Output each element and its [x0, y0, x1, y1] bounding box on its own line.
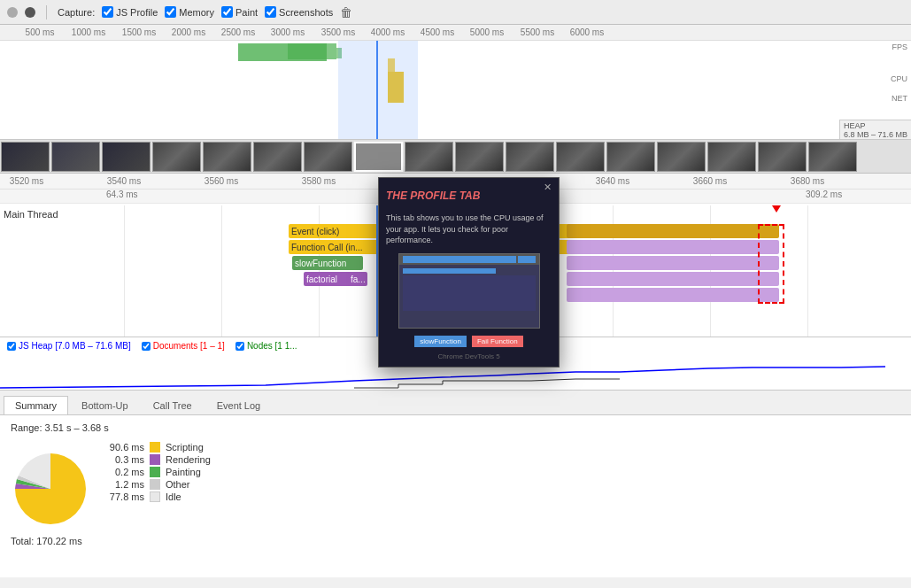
pie-chart — [11, 449, 90, 529]
total-text: Total: 170.22 ms — [11, 536, 900, 546]
slow-function-bar[interactable]: slowFunction — [292, 256, 363, 270]
slow-function-link[interactable]: slowFunction — [414, 336, 467, 347]
cpu-label: CPU — [891, 74, 907, 83]
screenshot-13[interactable] — [606, 142, 655, 172]
tab-call-tree[interactable]: Call Tree — [142, 396, 204, 414]
popup-bottom-text: Chrome DevTools 5 — [430, 351, 506, 362]
time-label-3000: 3000 ms — [271, 27, 305, 37]
documents-label[interactable]: Documents [1 – 1] — [142, 341, 225, 351]
time-3660: 3660 ms — [693, 176, 727, 186]
heap-label: HEAP6.8 MB – 71.6 MB — [839, 120, 911, 140]
timeline-overview[interactable]: 500 ms 1000 ms 1500 ms 2000 ms 2500 ms 3… — [0, 25, 911, 140]
fps-label: FPS — [892, 43, 907, 51]
screenshot-17[interactable] — [808, 142, 857, 172]
popup-close-button[interactable]: ✕ — [544, 182, 552, 193]
long-bar-purple2[interactable] — [567, 256, 779, 270]
time-label-500: 500 ms — [26, 27, 55, 37]
screenshot-3[interactable] — [102, 142, 151, 172]
tab-summary[interactable]: Summary — [4, 396, 68, 414]
time-3680: 3680 ms — [791, 176, 824, 186]
long-bar-purple4[interactable] — [567, 288, 779, 302]
time-3560: 3560 ms — [205, 176, 238, 186]
toolbar: Capture: JS Profile Memory Paint Screens… — [0, 0, 911, 25]
screenshots-strip[interactable] — [0, 140, 911, 174]
main-thread-label: Main Thread — [4, 209, 58, 220]
legend-scripting: 90.6 ms Scripting — [104, 442, 211, 453]
range-text: Range: 3.51 s – 3.68 s — [11, 422, 900, 433]
screenshot-10[interactable] — [455, 142, 504, 172]
screenshot-5[interactable] — [203, 142, 251, 172]
screenshot-11[interactable] — [506, 142, 554, 172]
popup-subtitle: This tab shows you to use the CPU usage … — [379, 209, 559, 250]
tab-event-log[interactable]: Event Log — [205, 396, 273, 414]
time-3540: 3540 ms — [107, 176, 141, 186]
time-label-1500: 1500 ms — [122, 27, 156, 37]
legend-idle: 77.8 ms Idle — [104, 491, 211, 502]
popup-content: ✕ THE PROFILE TAB This tab shows you to … — [379, 178, 559, 367]
screenshot-6[interactable] — [253, 142, 302, 172]
time-label-5500: 5500 ms — [521, 27, 554, 37]
memory-checkbox[interactable]: Memory — [165, 6, 214, 18]
screenshot-16[interactable] — [758, 142, 807, 172]
long-bar-purple3[interactable] — [567, 272, 779, 286]
time-label-1000: 1000 ms — [72, 27, 105, 37]
gridline-1 — [124, 205, 125, 337]
screenshots-checkbox[interactable]: Screenshots — [265, 6, 333, 18]
screenshot-9[interactable] — [405, 142, 453, 172]
paint-checkbox[interactable]: Paint — [221, 6, 258, 18]
stop-button[interactable] — [25, 7, 35, 18]
js-profile-checkbox[interactable]: JS Profile — [102, 6, 158, 18]
screenshot-12[interactable] — [556, 142, 605, 172]
delete-button[interactable]: 🗑 — [340, 5, 352, 19]
screenshot-2[interactable] — [51, 142, 100, 172]
red-marker — [772, 205, 781, 213]
time-label-6000: 6000 ms — [570, 27, 604, 37]
screenshot-4[interactable] — [152, 142, 201, 172]
summary-panel: Range: 3.51 s – 3.68 s 90.6 ms Scrip — [0, 415, 911, 577]
screenshot-15[interactable] — [707, 142, 756, 172]
overview-selection — [338, 41, 418, 140]
gridline-8 — [807, 205, 808, 337]
ms-64: 64.3 ms — [106, 190, 138, 199]
js-heap-label[interactable]: JS Heap [7.0 MB – 71.6 MB] — [7, 341, 131, 351]
time-label-4500: 4500 ms — [421, 27, 454, 37]
screenshot-1[interactable] — [1, 142, 50, 172]
tab-bottom-up[interactable]: Bottom-Up — [70, 396, 140, 414]
record-button[interactable] — [7, 7, 18, 18]
time-label-4000: 4000 ms — [371, 27, 405, 37]
net-label: NET — [892, 94, 907, 103]
screenshot-7[interactable] — [304, 142, 352, 172]
factorial-bar[interactable]: factorial — [304, 272, 352, 286]
long-bar-gold[interactable] — [567, 224, 779, 238]
long-bar-purple[interactable] — [567, 240, 779, 254]
toolbar-separator — [46, 5, 47, 19]
legend-rendering: 0.3 ms Rendering — [104, 454, 211, 465]
legend-area: 90.6 ms Scripting 0.3 ms Rendering 0.2 m… — [104, 442, 211, 502]
time-label-2500: 2500 ms — [221, 27, 255, 37]
popup-screenshot-bar — [399, 254, 539, 265]
capture-label: Capture: — [58, 7, 95, 18]
legend-painting: 0.2 ms Painting — [104, 467, 211, 477]
factorial-small-bar[interactable]: fa... — [348, 272, 367, 286]
fps-bar-2 — [288, 43, 336, 59]
popup-title: THE PROFILE TAB — [379, 182, 559, 209]
screenshot-popup[interactable]: ✕ THE PROFILE TAB This tab shows you to … — [378, 177, 560, 368]
time-3640: 3640 ms — [596, 176, 629, 186]
screenshot-14[interactable] — [657, 142, 706, 172]
overview-content[interactable]: FPS CPU NET HEAP6.8 MB – 71.6 MB — [0, 41, 911, 140]
time-label-2000: 2000 ms — [172, 27, 205, 37]
summary-content: 90.6 ms Scripting 0.3 ms Rendering 0.2 m… — [11, 442, 900, 529]
nodes-label[interactable]: Nodes [1 1... — [235, 341, 297, 351]
time-ruler-top: 500 ms 1000 ms 1500 ms 2000 ms 2500 ms 3… — [0, 25, 911, 41]
bottom-tabs[interactable]: Summary Bottom-Up Call Tree Event Log — [0, 391, 911, 415]
error-highlight — [758, 224, 784, 304]
popup-links: slowFunction Fail Function — [407, 332, 529, 351]
time-3520: 3520 ms — [10, 176, 43, 186]
time-label-3500: 3500 ms — [321, 27, 355, 37]
legend-other: 1.2 ms Other — [104, 479, 211, 490]
screenshot-selected[interactable] — [354, 142, 403, 172]
fail-function-link[interactable]: Fail Function — [472, 336, 523, 347]
popup-screenshot-thumb — [398, 253, 540, 329]
time-3580: 3580 ms — [302, 176, 336, 186]
time-label-5000: 5000 ms — [470, 27, 504, 37]
